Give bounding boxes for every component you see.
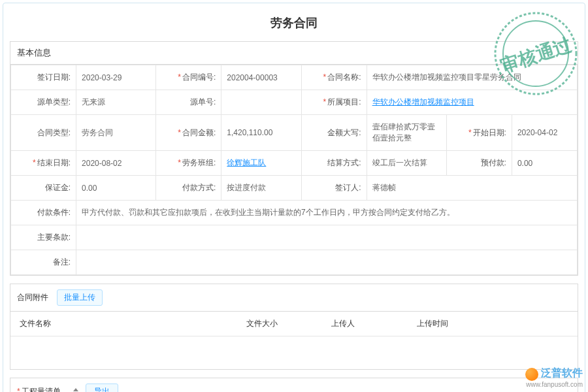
label-contract-no: *合同编号: [156,65,221,90]
label-prepay: 预付款: [446,151,512,176]
value-sign-date: 2020-03-29 [76,65,156,90]
value-remark [76,250,578,275]
value-main-terms [76,225,578,250]
attachments-header: 合同附件 批量上传 [10,284,578,312]
col-uploader: 上传人 [322,312,407,336]
value-amount-upper: 壹佰肆拾贰万零壹佰壹拾元整 [367,115,446,151]
value-contract-no: 202004-00003 [221,65,301,90]
value-source-no [221,90,301,115]
value-start-date: 2020-04-02 [512,115,577,151]
value-source-type: 无来源 [76,90,156,115]
label-contract-type: 合同类型: [11,115,76,151]
brand-name: 泛普软件 [541,367,583,378]
basic-info-header: 基本信息 [10,42,578,65]
label-project: *所属项目: [301,90,367,115]
label-deposit: 保证金: [11,176,76,201]
table-row [10,336,578,370]
value-end-date: 2020-08-02 [76,151,156,176]
basic-info-section: 基本信息 签订日期: 2020-03-29 *合同编号: 202004-0000… [10,41,578,276]
value-signer: 蒋德帧 [367,176,577,201]
col-filesize: 文件大小 [237,312,322,336]
label-labor-team: *劳务班组: [156,151,221,176]
label-remark: 备注: [11,250,76,275]
batch-upload-button[interactable]: 批量上传 [57,289,103,306]
label-start-date: *开始日期: [446,115,512,151]
col-uploadtime: 上传时间 [408,312,578,336]
label-amount-upper: 金额大写: [301,115,367,151]
value-prepay: 0.00 [512,151,577,176]
quantity-list-section: *工程量清单 导出 [10,378,578,392]
value-labor-team: 徐辉施工队 [221,151,301,176]
logo-icon [525,368,538,381]
label-sign-date: 签订日期: [11,65,76,90]
label-amount: *合同金额: [156,115,221,151]
label-pay-terms: 付款条件: [11,201,76,225]
value-pay-method: 按进度付款 [221,176,301,201]
col-filename: 文件名称 [10,312,237,336]
attachments-table: 文件名称 文件大小 上传人 上传时间 [10,312,578,369]
basic-info-table: 签订日期: 2020-03-29 *合同编号: 202004-00003 *合同… [10,65,578,275]
export-button[interactable]: 导出 [86,384,118,392]
value-settle-method: 竣工后一次结算 [367,151,446,176]
quantity-list-title: 工程量清单 [22,387,61,392]
label-pay-method: 付款方式: [156,176,221,201]
sort-icon[interactable] [73,388,78,392]
page-title: 劳务合同 [10,8,578,41]
attachments-section: 合同附件 批量上传 文件名称 文件大小 上传人 上传时间 [10,284,578,370]
project-link[interactable]: 华软办公楼增加视频监控项目 [372,97,474,106]
label-source-type: 源单类型: [11,90,76,115]
label-main-terms: 主要条款: [11,225,76,250]
attachments-title: 合同附件 [17,293,48,302]
value-contract-name: 华软办公楼增加视频监控项目零星劳务合同 [367,65,577,90]
labor-team-link[interactable]: 徐辉施工队 [227,158,266,167]
label-settle-method: 结算方式: [301,151,367,176]
value-pay-terms: 甲方代付款、罚款和其它应扣款项后，在收到业主当期计量款的7个工作日内，甲方按合同… [76,201,578,225]
value-project: 华软办公楼增加视频监控项目 [367,90,577,115]
value-contract-type: 劳务合同 [76,115,156,151]
brand-logo: 泛普软件 www.fanpusoft.com [525,367,583,388]
label-source-no: 源单号: [156,90,221,115]
label-contract-name: *合同名称: [301,65,367,90]
value-deposit: 0.00 [76,176,156,201]
label-signer: 签订人: [301,176,367,201]
label-end-date: *结束日期: [11,151,76,176]
brand-url: www.fanpusoft.com [525,381,583,388]
value-amount: 1,420,110.00 [221,115,301,151]
